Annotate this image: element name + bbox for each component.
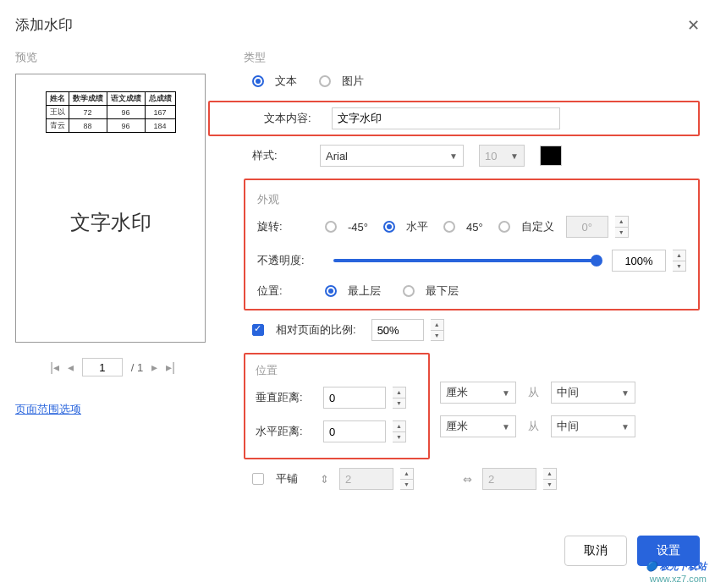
highlight-content: 文本内容: bbox=[208, 101, 700, 136]
appearance-label: 外观 bbox=[257, 192, 686, 207]
tile-v-input[interactable] bbox=[339, 468, 393, 490]
stepper-up-icon[interactable]: ▲ bbox=[393, 421, 405, 432]
hdist-ref-select[interactable]: 中间 ▼ bbox=[551, 415, 635, 437]
type-text-label[interactable]: 文本 bbox=[275, 74, 297, 89]
stepper-down-icon[interactable]: ▼ bbox=[673, 261, 685, 272]
vdist-ref-select[interactable]: 中间 ▼ bbox=[551, 382, 635, 404]
first-page-icon[interactable]: |◂ bbox=[50, 360, 59, 374]
highlight-appearance: 外观 旋转: -45° 水平 45° 自定义 ▲ bbox=[244, 179, 700, 310]
chevron-down-icon: ▼ bbox=[502, 422, 510, 431]
highlight-position: 位置 垂直距离: ▲ ▼ 水平距离: ▲ ▼ bbox=[244, 353, 430, 459]
pager: |◂ ◂ / 1 ▸ ▸| bbox=[15, 358, 210, 376]
rotate-label: 旋转: bbox=[257, 219, 318, 234]
cancel-button[interactable]: 取消 bbox=[564, 536, 627, 566]
type-image-radio[interactable] bbox=[319, 75, 331, 87]
stepper-down-icon[interactable]: ▼ bbox=[543, 480, 556, 490]
dialog-title: 添加水印 bbox=[15, 15, 73, 35]
chevron-down-icon: ▼ bbox=[621, 388, 630, 398]
opacity-input[interactable] bbox=[612, 250, 666, 272]
unit-value: 厘米 bbox=[446, 385, 468, 400]
stepper-down-icon[interactable]: ▼ bbox=[431, 331, 443, 341]
tile-h-stepper[interactable]: ▲ ▼ bbox=[543, 468, 557, 490]
scale-checkbox[interactable] bbox=[252, 324, 264, 336]
content-input[interactable] bbox=[332, 107, 560, 129]
hdist-stepper[interactable]: ▲ ▼ bbox=[393, 420, 406, 442]
hdist-label: 水平距离: bbox=[256, 424, 316, 439]
scale-label[interactable]: 相对页面的比例: bbox=[276, 322, 356, 338]
opacity-label: 不透明度: bbox=[257, 253, 318, 268]
table-row: 王以 72 96 167 bbox=[46, 106, 175, 119]
stepper-up-icon[interactable]: ▲ bbox=[615, 217, 628, 228]
rotate-0-radio[interactable] bbox=[383, 221, 395, 233]
layer-top-label[interactable]: 最上层 bbox=[348, 283, 381, 299]
stepper-up-icon[interactable]: ▲ bbox=[393, 387, 405, 398]
type-image-label[interactable]: 图片 bbox=[342, 74, 364, 89]
stepper-up-icon[interactable]: ▲ bbox=[400, 469, 413, 480]
color-picker[interactable] bbox=[540, 146, 562, 166]
tile-label[interactable]: 平铺 bbox=[276, 471, 298, 486]
vdist-stepper[interactable]: ▲ ▼ bbox=[393, 387, 406, 409]
vdist-label: 垂直距离: bbox=[256, 390, 316, 405]
settings-panel: 类型 文本 图片 文本内容: 样式: Arial ▼ bbox=[244, 50, 700, 502]
close-icon[interactable]: ✕ bbox=[687, 16, 700, 35]
chevron-down-icon: ▼ bbox=[510, 151, 519, 161]
next-page-icon[interactable]: ▸ bbox=[151, 360, 157, 374]
rotate-45-label[interactable]: 45° bbox=[466, 221, 483, 234]
font-size-select[interactable]: 10 ▼ bbox=[479, 145, 525, 167]
rotate-value-input[interactable] bbox=[566, 216, 608, 238]
opacity-slider[interactable] bbox=[333, 259, 597, 262]
stepper-down-icon[interactable]: ▼ bbox=[615, 228, 628, 238]
vdist-unit-select[interactable]: 厘米 ▼ bbox=[440, 382, 516, 404]
type-text-radio[interactable] bbox=[252, 75, 264, 87]
layer-bottom-label[interactable]: 最下层 bbox=[426, 283, 459, 299]
hdist-unit-select[interactable]: 厘米 ▼ bbox=[440, 415, 516, 437]
layer-bottom-radio[interactable] bbox=[403, 285, 415, 297]
stepper-down-icon[interactable]: ▼ bbox=[393, 432, 405, 442]
rotate-custom-radio[interactable] bbox=[498, 221, 510, 233]
tile-v-stepper[interactable]: ▲ ▼ bbox=[400, 468, 414, 490]
th: 姓名 bbox=[46, 92, 69, 106]
chevron-down-icon: ▼ bbox=[502, 388, 510, 398]
preview-page: 姓名 数学成绩 语文成绩 总成绩 王以 72 96 167 青云 88 bbox=[15, 74, 206, 343]
hdist-input[interactable] bbox=[323, 420, 386, 442]
style-label: 样式: bbox=[252, 148, 313, 163]
scale-input[interactable] bbox=[371, 319, 424, 341]
font-select[interactable]: Arial ▼ bbox=[320, 145, 464, 167]
rotate-neg45-radio[interactable] bbox=[325, 221, 337, 233]
page-range-link[interactable]: 页面范围选项 bbox=[15, 402, 81, 417]
opacity-stepper[interactable]: ▲ ▼ bbox=[673, 250, 686, 272]
table-header-row: 姓名 数学成绩 语文成绩 总成绩 bbox=[46, 92, 175, 106]
slider-thumb[interactable] bbox=[591, 255, 602, 267]
dialog-content: 预览 姓名 数学成绩 语文成绩 总成绩 王以 72 96 167 bbox=[15, 50, 700, 502]
stepper-up-icon[interactable]: ▲ bbox=[431, 320, 443, 331]
layer-label: 位置: bbox=[257, 283, 318, 299]
preview-label: 预览 bbox=[15, 50, 210, 65]
layer-top-radio[interactable] bbox=[325, 285, 337, 297]
from-label: 从 bbox=[528, 419, 539, 434]
type-label: 类型 bbox=[244, 50, 700, 65]
content-label: 文本内容: bbox=[264, 111, 325, 126]
rotate-stepper[interactable]: ▲ ▼ bbox=[615, 216, 629, 238]
rotate-neg45-label[interactable]: -45° bbox=[348, 221, 368, 234]
stepper-down-icon[interactable]: ▼ bbox=[400, 480, 413, 490]
th: 语文成绩 bbox=[107, 92, 145, 106]
vdist-input[interactable] bbox=[323, 387, 386, 409]
ref-value: 中间 bbox=[557, 385, 579, 400]
stepper-up-icon[interactable]: ▲ bbox=[543, 469, 556, 480]
rotate-0-label[interactable]: 水平 bbox=[406, 219, 428, 234]
chevron-down-icon: ▼ bbox=[621, 422, 630, 431]
last-page-icon[interactable]: ▸| bbox=[166, 360, 175, 374]
page-number-input[interactable] bbox=[82, 358, 123, 376]
rotate-custom-label[interactable]: 自定义 bbox=[521, 219, 554, 234]
rotate-45-radio[interactable] bbox=[443, 221, 455, 233]
th: 总成绩 bbox=[145, 92, 175, 106]
prev-page-icon[interactable]: ◂ bbox=[68, 360, 74, 374]
tile-checkbox[interactable] bbox=[252, 473, 264, 485]
position-label: 位置 bbox=[256, 363, 418, 378]
stepper-down-icon[interactable]: ▼ bbox=[393, 398, 405, 409]
from-label: 从 bbox=[528, 385, 539, 400]
tile-h-input[interactable] bbox=[482, 468, 536, 490]
preview-watermark-text: 文字水印 bbox=[70, 209, 151, 236]
scale-stepper[interactable]: ▲ ▼ bbox=[431, 319, 444, 341]
stepper-up-icon[interactable]: ▲ bbox=[673, 250, 685, 261]
